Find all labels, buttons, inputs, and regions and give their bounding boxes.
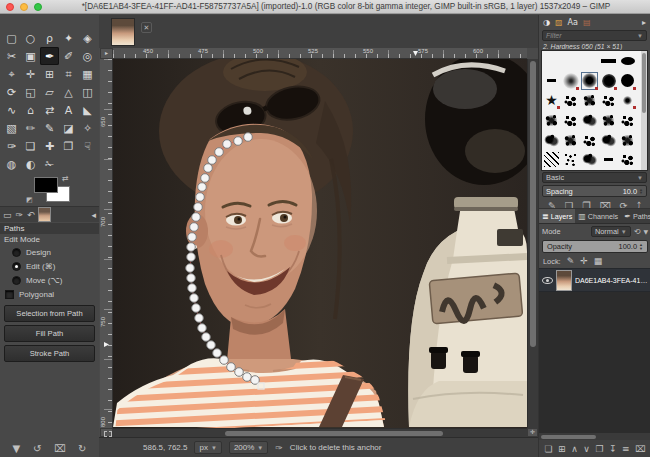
radio-dot[interactable] (12, 248, 21, 257)
brush-cell-15[interactable] (542, 110, 561, 130)
ink-tool[interactable]: ✑ (2, 137, 21, 155)
select-by-color-tool[interactable]: ◈ (78, 29, 97, 47)
path-anchor-5[interactable] (204, 164, 213, 173)
device-status-tab[interactable]: ✑ (16, 210, 24, 220)
brush-spacing-slider[interactable]: Spacing 10.0 ▲▼ (542, 185, 647, 197)
brush-cell-8[interactable] (599, 71, 618, 91)
path-anchor-2[interactable] (223, 140, 232, 149)
delete-tool-preset-button[interactable]: ⌧ (54, 443, 66, 454)
radio-dot[interactable] (12, 276, 21, 285)
measure-tool[interactable]: ⌖ (2, 65, 21, 83)
cage-transform-tool[interactable]: ⌂ (21, 101, 40, 119)
brush-cell-19[interactable] (618, 110, 637, 130)
brush-cell-12[interactable] (580, 91, 599, 111)
layer-row[interactable]: DA6E1AB4-3FEA-41FF-AD41-F58757737A5A (539, 268, 650, 292)
brush-tag-dropdown[interactable]: Basic ▼ (542, 172, 647, 183)
path-anchor-16[interactable] (187, 274, 196, 283)
foreground-color-swatch[interactable] (34, 177, 58, 193)
fuzzy-select-tool[interactable]: ✦ (59, 29, 78, 47)
undo-history-tab[interactable]: ↶ (27, 210, 35, 220)
photo-canvas[interactable] (113, 59, 527, 428)
brush-grid-scrollbar[interactable] (641, 51, 647, 170)
ellipse-select-tool[interactable]: ○ (21, 29, 40, 47)
scissors-select-tool[interactable]: ✂ (2, 47, 21, 65)
checkbox-box[interactable] (5, 290, 14, 299)
path-anchor-28[interactable] (243, 373, 252, 382)
path-anchor-17[interactable] (188, 284, 197, 293)
active-image-tab[interactable] (39, 208, 50, 221)
expand-dock-button[interactable]: ▸ (642, 18, 646, 27)
swap-colors-icon[interactable]: ⇄ (62, 174, 69, 183)
polygonal-checkbox[interactable]: Polygonal (4, 287, 95, 302)
brush-cell-20[interactable] (542, 130, 561, 150)
text-tool[interactable]: A (59, 101, 78, 119)
brush-cell-9[interactable] (618, 71, 637, 91)
path-anchor-14[interactable] (187, 253, 196, 262)
brush-cell-22[interactable] (580, 130, 599, 150)
horizontal-scrollbar-thumb[interactable] (225, 431, 443, 436)
delete-layer-button[interactable]: ⌧ (635, 444, 645, 454)
brush-cell-17[interactable] (580, 110, 599, 130)
duplicate-layer-button[interactable]: ❐ (595, 444, 603, 454)
eraser-tool[interactable]: ◪ (59, 119, 78, 137)
anchor-layer-button[interactable]: ↧ (609, 444, 617, 454)
brush-cell-13[interactable] (599, 91, 618, 111)
brush-cell-6[interactable] (561, 71, 580, 91)
spacing-spinner[interactable]: ▲▼ (639, 188, 643, 195)
rectangle-select-tool[interactable]: ▢ (2, 29, 21, 47)
vertical-scrollbar-thumb[interactable] (530, 61, 536, 347)
unified-transform-tool[interactable]: ▦ (78, 65, 97, 83)
brush-filter-dropdown[interactable]: Filter ▼ (542, 30, 647, 41)
path-anchor-25[interactable] (220, 356, 229, 365)
brushes-tab[interactable]: ◑ (543, 18, 550, 27)
opacity-spinner[interactable]: ▲▼ (639, 243, 643, 250)
path-anchor-13[interactable] (187, 243, 196, 252)
color-picker-tool[interactable]: ✐ (59, 47, 78, 65)
brush-cell-2[interactable] (580, 51, 599, 71)
path-anchor-15[interactable] (186, 264, 195, 273)
reset-tool-options-button[interactable]: ↻ (78, 443, 86, 454)
brush-cell-27[interactable] (580, 150, 599, 170)
brush-cell-29[interactable] (618, 150, 637, 170)
brush-cell-21[interactable] (561, 130, 580, 150)
path-anchor-26[interactable] (227, 363, 236, 372)
path-anchor-20[interactable] (195, 314, 204, 323)
foreground-select-tool[interactable]: ▣ (21, 47, 40, 65)
brush-cell-4[interactable] (618, 51, 637, 71)
brush-cell-0[interactable] (542, 51, 561, 71)
quick-mask-toggle[interactable] (100, 428, 113, 437)
pencil-tool[interactable]: ✏ (21, 119, 40, 137)
clone-tool[interactable]: ❏ (21, 137, 40, 155)
lower-layer-button[interactable]: ∨ (583, 444, 590, 454)
zoom-tool[interactable]: ◎ (78, 47, 97, 65)
edit-mode-radio-1[interactable]: Edit (⌘) (4, 259, 95, 273)
path-anchor-18[interactable] (190, 294, 199, 303)
new-layer-button[interactable]: ❏ (545, 444, 553, 454)
brush-cell-11[interactable] (561, 91, 580, 111)
image-viewport[interactable] (113, 59, 527, 428)
selection-from-path-button[interactable]: Selection from Path (4, 305, 95, 322)
image-tab-thumbnail[interactable] (112, 19, 134, 45)
path-anchor-3[interactable] (215, 148, 224, 157)
scale-tool[interactable]: ◱ (21, 83, 40, 101)
path-anchor-22[interactable] (202, 333, 211, 342)
brush-cell-16[interactable] (561, 110, 580, 130)
path-anchor-19[interactable] (192, 304, 201, 313)
unit-dropdown[interactable]: px▼ (194, 441, 221, 454)
path-anchor-12[interactable] (188, 233, 197, 242)
shear-tool[interactable]: ▱ (40, 83, 59, 101)
fill-path-button[interactable]: Fill Path (4, 325, 95, 342)
dodge-burn-tool[interactable]: ◐ (21, 155, 40, 173)
brush-cell-7[interactable] (580, 71, 599, 91)
tab-paths[interactable]: ✒Paths (621, 209, 650, 223)
path-anchor-4[interactable] (208, 156, 217, 165)
path-anchor-0[interactable] (244, 133, 253, 142)
restore-tool-preset-button[interactable]: ↺ (33, 443, 41, 454)
horizontal-scrollbar[interactable] (113, 428, 527, 437)
path-anchor-21[interactable] (198, 324, 207, 333)
edit-mode-radio-0[interactable]: Design (4, 245, 95, 259)
brush-cell-25[interactable] (542, 150, 561, 170)
path-anchor-27[interactable] (235, 368, 244, 377)
mode-dropdown[interactable]: Normal▼ (591, 226, 631, 237)
heal-tool[interactable]: ✚ (40, 137, 59, 155)
